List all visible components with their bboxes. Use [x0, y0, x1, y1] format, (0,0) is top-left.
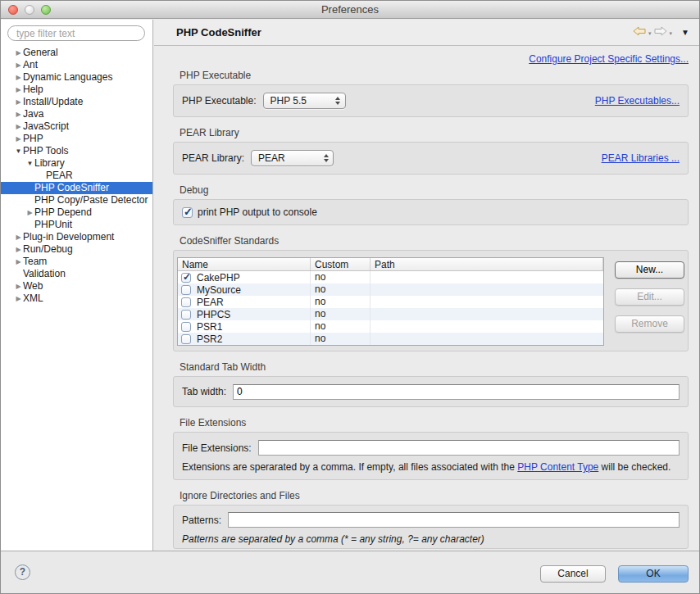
popup-arrows-icon — [322, 154, 330, 162]
popup-arrows-icon — [334, 97, 342, 105]
view-menu-icon[interactable]: ▼ — [681, 28, 689, 37]
tree-item-label: Ant — [23, 59, 38, 70]
pear-library-dropdown[interactable]: PEAR — [251, 150, 334, 166]
standard-enabled-checkbox[interactable] — [181, 310, 191, 320]
sidebar-tree-item[interactable]: ▶PHP — [1, 133, 152, 145]
back-menu-caret-icon[interactable]: ▾ — [648, 28, 652, 37]
pear-libraries-link[interactable]: PEAR Libraries ... — [602, 152, 680, 164]
php-executable-dropdown[interactable]: PHP 5.5 — [263, 93, 346, 109]
standards-table-row[interactable]: MySource no — [178, 283, 603, 296]
sidebar-tree-item[interactable]: ▶Run/Debug — [1, 243, 152, 256]
tree-expander-icon[interactable]: ▶ — [14, 84, 23, 96]
sidebar-tree-item[interactable]: ▶JavaScript — [1, 120, 152, 133]
tab-width-input[interactable] — [233, 384, 680, 400]
sidebar-tree-item[interactable]: PEAR — [1, 170, 152, 182]
tree-item-label: PHP Copy/Paste Detector — [34, 194, 148, 206]
tree-expander-icon[interactable]: ▶ — [14, 231, 23, 243]
sidebar-tree-item[interactable]: ▶Web — [1, 280, 152, 292]
tree-expander-icon[interactable]: ▶ — [14, 292, 23, 305]
minimize-window-icon[interactable] — [25, 5, 34, 15]
edit-standard-button[interactable]: Edit... — [615, 288, 684, 306]
tree-expander-icon[interactable]: ▶ — [14, 71, 23, 84]
sidebar-tree-item[interactable]: ▶Java — [1, 108, 152, 120]
standard-enabled-checkbox[interactable] — [181, 273, 191, 283]
standard-custom-cell: no — [311, 283, 370, 296]
filter-input[interactable] — [7, 25, 145, 41]
sidebar-tree-item[interactable]: ▶Ant — [1, 59, 152, 71]
forward-icon[interactable] — [654, 26, 667, 39]
tree-expander-icon[interactable]: ▼ — [25, 157, 34, 170]
cancel-button[interactable]: Cancel — [540, 565, 606, 583]
tree-expander-icon[interactable]: ▶ — [14, 59, 23, 71]
standard-enabled-checkbox[interactable] — [181, 334, 191, 344]
zoom-window-icon[interactable] — [41, 5, 51, 15]
tree-expander-icon[interactable]: ▶ — [14, 47, 23, 59]
forward-menu-caret-icon[interactable]: ▾ — [670, 28, 673, 37]
standard-enabled-checkbox[interactable] — [181, 285, 191, 295]
sidebar-tree-item[interactable]: ▼Library — [1, 157, 152, 170]
help-icon[interactable]: ? — [15, 565, 30, 580]
tab-width-label: Tab width: — [182, 386, 226, 397]
preference-page-content: Configure Project Specific Settings... P… — [154, 47, 699, 551]
standard-custom-cell: no — [311, 308, 370, 320]
standards-table-row[interactable]: CakePHP no — [178, 271, 603, 283]
php-executable-panel: PHP Executable: PHP 5.5 PHP Executables.… — [173, 84, 689, 117]
tree-expander-icon[interactable]: ▶ — [25, 206, 34, 219]
patterns-input[interactable] — [228, 512, 680, 528]
sidebar-tree-item[interactable]: ▼PHP Tools — [1, 145, 152, 157]
group-label-pear-library: PEAR Library — [180, 127, 689, 138]
standard-enabled-checkbox[interactable] — [181, 297, 191, 307]
tree-expander-icon[interactable]: ▶ — [14, 280, 23, 292]
tree-item-label: XML — [23, 292, 43, 304]
ok-button[interactable]: OK — [618, 565, 689, 583]
back-icon[interactable] — [633, 26, 646, 39]
sidebar-tree-item[interactable]: PHPUnit — [1, 219, 152, 231]
standard-path-cell — [370, 271, 603, 283]
standards-table-row[interactable]: PEAR no — [178, 296, 603, 308]
sidebar-tree-item[interactable]: ▶Install/Update — [1, 96, 152, 108]
file-extensions-help-prefix: Extensions are sperarated by a comma. If… — [182, 461, 517, 473]
sidebar-tree-item[interactable]: ▶Help — [1, 84, 152, 96]
ignore-panel: Patterns: Patterns are separated by a co… — [173, 505, 689, 549]
file-extensions-input[interactable] — [258, 440, 680, 456]
sidebar-tree-item[interactable]: PHP CodeSniffer — [1, 182, 152, 194]
group-label-php-executable: PHP Executable — [180, 70, 689, 81]
group-label-debug: Debug — [180, 184, 689, 196]
sidebar-tree-item[interactable]: Validation — [1, 268, 152, 280]
tree-expander-icon[interactable]: ▶ — [14, 243, 23, 256]
tree-expander-icon[interactable]: ▼ — [14, 145, 23, 157]
tree-item-label: General — [23, 47, 58, 58]
print-output-checkbox[interactable] — [182, 207, 193, 218]
standards-table-body: CakePHP no MySource no PEAR no PHPCS no … — [178, 271, 603, 345]
standards-table-row[interactable]: PSR1 no — [178, 320, 603, 333]
sidebar-tree-item[interactable]: ▶Team — [1, 256, 152, 268]
tree-expander-icon[interactable]: ▶ — [14, 108, 23, 120]
standard-enabled-checkbox[interactable] — [181, 322, 191, 332]
patterns-help: Patterns are separated by a comma (* = a… — [182, 533, 680, 545]
column-header-path[interactable]: Path — [370, 258, 603, 270]
tree-expander-icon[interactable]: ▶ — [14, 96, 23, 108]
tree-expander-icon[interactable]: ▶ — [14, 256, 23, 268]
standards-table-row[interactable]: PSR2 no — [178, 333, 603, 345]
standards-panel: Name Custom Path CakePHP no MySource no … — [173, 250, 689, 351]
tree-expander-icon[interactable]: ▶ — [14, 120, 23, 133]
sidebar-tree-item[interactable]: PHP Copy/Paste Detector — [1, 194, 152, 206]
sidebar-tree-item[interactable]: ▶PHP Depend — [1, 206, 152, 219]
standard-name-cell: CakePHP — [197, 272, 240, 283]
sidebar-tree-item[interactable]: ▶XML — [1, 292, 152, 305]
tree-expander-icon[interactable]: ▶ — [14, 133, 23, 145]
tree-item-label: PHPUnit — [34, 219, 72, 230]
close-window-icon[interactable] — [8, 5, 18, 15]
configure-project-link[interactable]: Configure Project Specific Settings... — [529, 53, 689, 65]
remove-standard-button[interactable]: Remove — [615, 315, 684, 333]
sidebar-tree-item[interactable]: ▶General — [1, 47, 152, 59]
tree-item-label: PEAR — [46, 170, 73, 181]
sidebar-tree-item[interactable]: ▶Dynamic Languages — [1, 71, 152, 84]
php-content-type-link[interactable]: PHP Content Type — [517, 461, 598, 473]
sidebar-tree-item[interactable]: ▶Plug-in Development — [1, 231, 152, 243]
column-header-name[interactable]: Name — [178, 258, 311, 270]
column-header-custom[interactable]: Custom — [311, 258, 370, 270]
new-standard-button[interactable]: New... — [615, 261, 684, 279]
php-executables-link[interactable]: PHP Executables... — [595, 95, 680, 107]
standards-table-row[interactable]: PHPCS no — [178, 308, 603, 320]
